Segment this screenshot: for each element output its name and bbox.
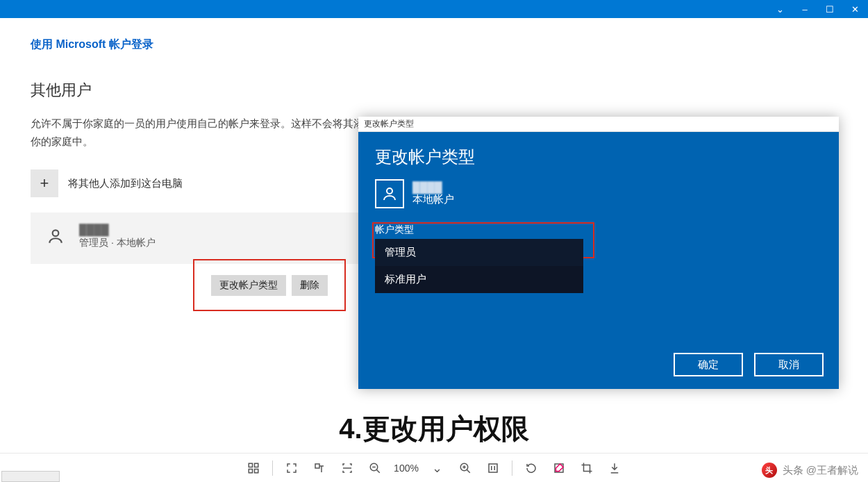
viewer-toolbar: 100% ⌄ (0, 453, 868, 482)
watermark-text: 头条 @王者解说 (783, 464, 858, 477)
rotate-icon[interactable] (519, 456, 543, 480)
dialog-user-row: ████ 本地帐户 (375, 179, 822, 208)
zoom-percent[interactable]: 100% (391, 463, 422, 474)
scan-icon[interactable] (335, 456, 359, 480)
svg-rect-3 (255, 463, 258, 467)
delete-button[interactable]: 删除 (292, 275, 328, 296)
user-avatar-icon (42, 222, 69, 250)
zoom-dropdown-icon[interactable]: ⌄ (426, 456, 449, 480)
close-button[interactable]: ✕ (847, 3, 862, 15)
minimize-button[interactable]: – (797, 3, 812, 15)
other-users-heading: 其他用户 (31, 80, 837, 101)
watermark: 头 头条 @王者解说 (762, 463, 858, 478)
thumbnail-strip[interactable] (1, 471, 60, 482)
step-caption: 4.更改用户权限 (0, 410, 868, 448)
zoom-in-icon[interactable] (453, 456, 477, 480)
dialog-titlebar: 更改帐户类型 (358, 117, 839, 132)
watermark-logo-icon: 头 (762, 463, 777, 478)
change-account-type-button[interactable]: 更改帐户类型 (211, 275, 286, 296)
ocr-icon[interactable] (308, 456, 331, 480)
viewer-window: ⌄ – ☐ ✕ 使用 Microsoft 帐户登录 其他用户 允许不属于你家庭的… (0, 0, 868, 482)
highlight-box-1: 更改帐户类型 删除 (193, 259, 346, 311)
dialog-heading: 更改帐户类型 (375, 146, 822, 168)
svg-rect-2 (249, 463, 252, 467)
maximize-button[interactable]: ☐ (822, 3, 837, 15)
account-type-dropdown[interactable]: 管理员 标准用户 (375, 239, 822, 293)
ok-button[interactable]: 确定 (674, 353, 743, 376)
svg-rect-6 (315, 464, 319, 468)
option-administrator[interactable]: 管理员 (375, 239, 583, 266)
option-standard-user[interactable]: 标准用户 (375, 266, 583, 293)
zoom-out-icon[interactable] (363, 456, 387, 480)
dialog-user-name: ████ (412, 181, 454, 193)
dropdown-icon[interactable]: ⌄ (772, 3, 787, 15)
change-account-type-dialog: 更改帐户类型 更改帐户类型 ████ 本地帐户 帐户类型 管理员 标准用户 (358, 117, 839, 389)
svg-rect-4 (249, 469, 252, 472)
other-users-description: 允许不属于你家庭的一员的用户使用自己的帐户来登录。这样不会将其添加到你的家庭中。 (31, 115, 392, 150)
dialog-user-type: 本地帐户 (412, 193, 454, 206)
microsoft-sign-in-link[interactable]: 使用 Microsoft 帐户登录 (31, 38, 837, 52)
user-info: ████ 管理员 · 本地帐户 (79, 224, 156, 249)
user-name: ████ (79, 224, 156, 235)
add-user-label: 将其他人添加到这台电脑 (68, 177, 183, 190)
user-role: 管理员 · 本地帐户 (79, 237, 156, 249)
svg-point-1 (387, 188, 392, 194)
svg-rect-5 (255, 469, 258, 472)
crop-icon[interactable] (575, 456, 599, 480)
download-icon[interactable] (603, 456, 626, 480)
svg-point-0 (53, 230, 59, 236)
actual-size-icon[interactable] (481, 456, 505, 480)
fullscreen-icon[interactable] (280, 456, 303, 480)
grid-icon[interactable] (242, 456, 265, 480)
edit-icon[interactable] (547, 456, 571, 480)
svg-rect-9 (489, 464, 497, 472)
titlebar: ⌄ – ☐ ✕ (0, 0, 868, 18)
cancel-button[interactable]: 取消 (754, 353, 824, 376)
plus-icon[interactable]: + (31, 169, 58, 197)
dialog-avatar-icon (375, 179, 404, 208)
